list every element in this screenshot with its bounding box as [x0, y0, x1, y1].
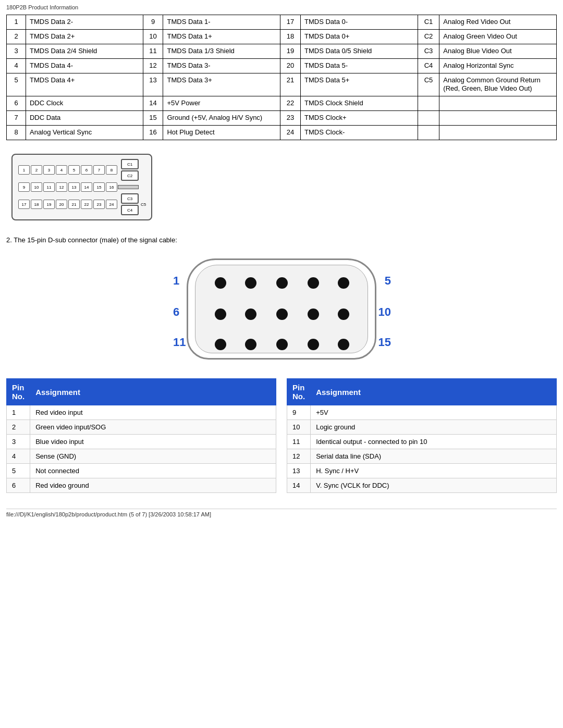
- status-bar: file:///D|/K1/english/180p2b/product/pro…: [6, 509, 557, 517]
- dvi-pin-num: [418, 111, 439, 126]
- dsub-dot: [215, 339, 226, 350]
- dvi-pin-num: C4: [418, 58, 439, 73]
- pin-label-5: 5: [385, 274, 391, 288]
- dvi-pin-num: 19: [280, 44, 301, 58]
- dvi-connector-special: C3C4: [121, 193, 139, 215]
- dsub-connector-diagram: 1 5 6 10 11 15: [172, 249, 391, 369]
- dvi-pin-num: 9: [143, 15, 163, 30]
- dvi-pin-name: TMDS Data 2+: [26, 29, 143, 44]
- dvi-pin-num: 14: [143, 96, 163, 111]
- dvi-pin-num: 4: [7, 58, 26, 73]
- pin-label-6: 6: [173, 305, 179, 319]
- dvi-pin-num: 12: [143, 58, 163, 73]
- pin-table-row: 6 Red video ground: [7, 478, 276, 493]
- dvi-connector-pin: 17: [18, 200, 30, 209]
- dsub-dot: [338, 339, 349, 350]
- dvi-pin-name: TMDS Data 0/5 Shield: [300, 44, 418, 58]
- pin-assignment: Logic ground: [311, 420, 557, 435]
- dvi-connector-pin: 5: [68, 165, 80, 175]
- dvi-table-row: 6 DDC Clock 14 +5V Power 22 TMDS Clock S…: [7, 96, 557, 111]
- pin-assignment: H. Sync / H+V: [311, 464, 557, 478]
- dvi-pin-name: TMDS Data 1/3 Shield: [163, 44, 280, 58]
- pin-assignment: Red video input: [30, 405, 276, 420]
- dvi-pin-num: 24: [280, 126, 301, 140]
- dvi-pin-num: 10: [143, 29, 163, 44]
- dvi-connector-pin: 15: [93, 182, 105, 192]
- pin-assignment: Serial data line (SDA): [311, 449, 557, 464]
- section2-text: 2. The 15-pin D-sub connector (male) of …: [6, 236, 557, 244]
- pin-tables-wrapper: Pin No. Assignment 1 Red video input 2 G…: [6, 378, 557, 493]
- pin-table-row: 2 Green video input/SOG: [7, 420, 276, 435]
- dvi-pin-name: Analog Common Ground Return (Red, Green,…: [439, 73, 557, 96]
- dvi-table-row: 5 TMDS Data 4+ 13 TMDS Data 3+ 21 TMDS D…: [7, 73, 557, 96]
- pin-assignment: Sense (GND): [30, 449, 276, 464]
- dvi-table-row: 1 TMDS Data 2- 9 TMDS Data 1- 17 TMDS Da…: [7, 15, 557, 30]
- dvi-connector-special: C1C2: [121, 159, 139, 181]
- dvi-pin-num: C5: [418, 73, 439, 96]
- dvi-pin-num: 7: [7, 111, 26, 126]
- pin-table-right-header-pin: Pin No.: [287, 379, 311, 405]
- dvi-pin-num: C2: [418, 29, 439, 44]
- dvi-pin-num: C1: [418, 15, 439, 30]
- pin-table-row: 5 Not connected: [7, 464, 276, 478]
- dsub-dot: [338, 309, 349, 320]
- page-title: 180P2B Product Information: [6, 4, 557, 10]
- pin-table-row: 11 Identical output - connected to pin 1…: [287, 435, 557, 449]
- dvi-pin-num: C3: [418, 44, 439, 58]
- dvi-connector-special-pin: C4: [121, 205, 139, 215]
- dvi-pin-name: TMDS Clock-: [300, 126, 418, 140]
- pin-table-row: 14 V. Sync (VCLK for DDC): [287, 478, 557, 493]
- pin-assignment: Blue video input: [30, 435, 276, 449]
- dvi-table-row: 2 TMDS Data 2+ 10 TMDS Data 1+ 18 TMDS D…: [7, 29, 557, 44]
- dsub-dot: [308, 309, 319, 320]
- dvi-pin-num: 22: [280, 96, 301, 111]
- dvi-pin-num: 3: [7, 44, 26, 58]
- pin-number: 6: [7, 478, 30, 493]
- pin-number: 1: [7, 405, 30, 420]
- dvi-connector-special-pin: C1: [121, 159, 139, 169]
- dvi-pin-name: Analog Green Video Out: [439, 29, 557, 44]
- dvi-connector-pin: 21: [68, 200, 80, 209]
- dvi-connector-pin: 8: [106, 165, 117, 175]
- dvi-pin-name: DDC Clock: [26, 96, 143, 111]
- dvi-pin-name: TMDS Data 3-: [163, 58, 280, 73]
- pin-assignment: Green video input/SOG: [30, 420, 276, 435]
- dvi-pin-name: TMDS Clock+: [300, 111, 418, 126]
- dvi-pin-name: TMDS Data 4-: [26, 58, 143, 73]
- dvi-pin-num: 11: [143, 44, 163, 58]
- dvi-connector-pin: 3: [43, 165, 55, 175]
- pin-table-row: 13 H. Sync / H+V: [287, 464, 557, 478]
- dvi-pin-name: Analog Vertical Sync: [26, 126, 143, 140]
- dvi-connector-pin: 6: [81, 165, 92, 175]
- dvi-pin-table: 1 TMDS Data 2- 9 TMDS Data 1- 17 TMDS Da…: [6, 15, 557, 140]
- dvi-pin-name: Analog Blue Video Out: [439, 44, 557, 58]
- dvi-pin-num: [418, 96, 439, 111]
- dvi-table-row: 3 TMDS Data 2/4 Shield 11 TMDS Data 1/3 …: [7, 44, 557, 58]
- dvi-connector-special-pin: C3: [121, 193, 139, 204]
- dvi-pin-num: [418, 126, 439, 140]
- dvi-pin-num: 16: [143, 126, 163, 140]
- dvi-pin-name: TMDS Data 0-: [300, 15, 418, 30]
- dvi-connector-pin: 16: [106, 182, 117, 192]
- pin-table-left-header-assignment: Assignment: [30, 379, 276, 405]
- dsub-dot: [215, 309, 226, 320]
- dvi-pin-name: DDC Data: [26, 111, 143, 126]
- pin-assignment: Red video ground: [30, 478, 276, 493]
- pin-table-right-header-assignment: Assignment: [311, 379, 557, 405]
- pin-table-left: Pin No. Assignment 1 Red video input 2 G…: [6, 378, 276, 493]
- dsub-dot: [276, 277, 288, 289]
- dvi-table-row: 8 Analog Vertical Sync 16 Hot Plug Detec…: [7, 126, 557, 140]
- pin-number: 5: [7, 464, 30, 478]
- pin-assignment: Identical output - connected to pin 10: [311, 435, 557, 449]
- dsub-dot: [308, 277, 319, 289]
- dsub-dot: [245, 339, 256, 350]
- dvi-connector-pin: 1: [18, 165, 30, 175]
- pin-assignment: V. Sync (VCLK for DDC): [311, 478, 557, 493]
- pin-number: 11: [287, 435, 311, 449]
- pin-table-row: 10 Logic ground: [287, 420, 557, 435]
- dvi-pin-num: 20: [280, 58, 301, 73]
- pin-table-row: 1 Red video input: [7, 405, 276, 420]
- dsub-dot: [245, 309, 256, 320]
- dvi-pin-name: +5V Power: [163, 96, 280, 111]
- dvi-connector-pin: 19: [43, 200, 55, 209]
